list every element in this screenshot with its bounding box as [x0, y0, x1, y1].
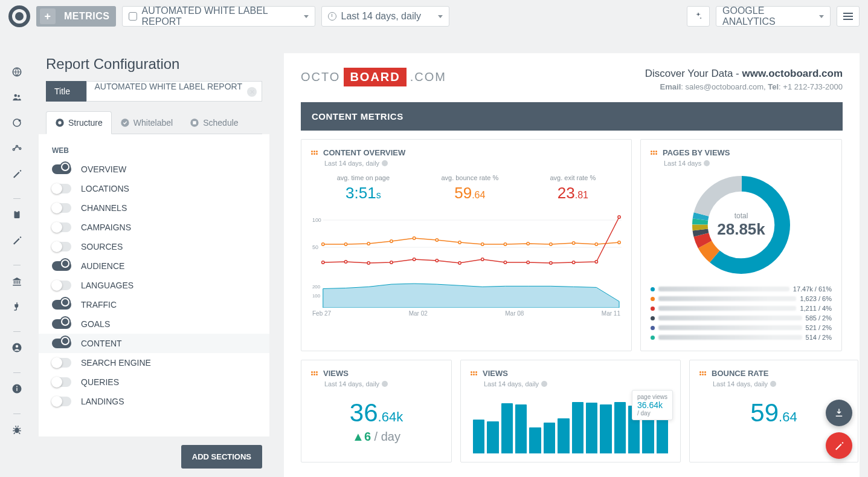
svg-point-42	[390, 261, 393, 264]
section-toggle[interactable]	[52, 164, 71, 174]
info-icon[interactable]	[382, 381, 388, 387]
tab-label: Schedule	[203, 118, 238, 128]
svg-point-5	[13, 149, 14, 151]
nav-bug-icon[interactable]	[10, 423, 24, 437]
add-sections-button[interactable]: ADD SECTIONS	[181, 445, 262, 469]
theme-button[interactable]	[687, 6, 710, 27]
metric-label: avg. bounce rate %	[441, 174, 498, 181]
tab-structure[interactable]: Structure	[46, 111, 112, 134]
legend-row: 514 / 2%	[651, 333, 832, 342]
section-toggle[interactable]	[52, 377, 71, 387]
svg-point-49	[550, 262, 552, 264]
svg-point-29	[413, 237, 415, 239]
section-toggle[interactable]	[52, 222, 71, 232]
info-icon[interactable]	[770, 381, 776, 387]
section-row[interactable]: LANGUAGES	[39, 276, 269, 295]
section-row[interactable]: CONTENT	[39, 334, 269, 353]
metric-value-time: 3:51s	[337, 184, 390, 203]
svg-point-35	[550, 243, 552, 245]
bar	[487, 421, 498, 453]
tab-schedule[interactable]: Schedule	[181, 111, 246, 134]
section-row[interactable]: LOCATIONS	[39, 179, 269, 198]
section-label: LANGUAGES	[81, 281, 133, 290]
bar	[529, 427, 541, 453]
section-row[interactable]: QUERIES	[39, 372, 269, 392]
config-tabs: Structure Whitelabel Schedule	[46, 111, 262, 134]
bar	[558, 418, 569, 453]
info-icon[interactable]	[704, 160, 710, 166]
svg-point-50	[572, 261, 574, 264]
section-row[interactable]: AUDIENCE	[39, 256, 269, 276]
download-fab[interactable]	[826, 400, 852, 426]
config-panel: Report Configuration Title AUTOMATED WHI…	[39, 48, 269, 477]
widget-icon	[471, 371, 478, 375]
contact-tel-label: Tel	[768, 82, 779, 91]
section-toggle[interactable]	[52, 203, 71, 213]
nav-orbit-icon[interactable]	[10, 115, 24, 130]
svg-text:100: 100	[312, 293, 321, 299]
section-row[interactable]: SOURCES	[39, 237, 269, 256]
metric-label: avg. exit rate %	[550, 174, 596, 181]
legend-value: 1,211 / 4%	[800, 305, 832, 312]
section-toggle[interactable]	[52, 397, 71, 406]
legend-dot	[651, 287, 655, 291]
nav-globe-icon[interactable]	[10, 65, 24, 79]
section-toggle[interactable]	[52, 339, 71, 348]
legend-row: 521 / 2%	[651, 323, 832, 333]
section-toggle[interactable]	[52, 358, 71, 368]
donut-total-value: 28.85k	[717, 220, 765, 239]
section-toggle[interactable]	[52, 184, 71, 193]
logo-part: BOARD	[344, 68, 406, 86]
nav-separator	[13, 363, 21, 373]
legend-name	[658, 287, 789, 291]
info-icon[interactable]	[382, 160, 388, 166]
svg-rect-13	[16, 388, 18, 391]
section-heading: WEB	[39, 143, 269, 160]
tab-whitelabel[interactable]: Whitelabel	[112, 111, 181, 134]
datasource-label: GOOGLE ANALYTICS	[722, 5, 807, 27]
section-row[interactable]: OVERVIEW	[39, 160, 269, 179]
svg-point-39	[322, 261, 324, 264]
section-toggle[interactable]	[52, 281, 71, 290]
clear-icon[interactable]: ✕	[247, 87, 257, 97]
nav-plug-icon[interactable]	[10, 299, 24, 314]
section-toggle[interactable]	[52, 319, 71, 329]
legend-value: 585 / 2%	[806, 314, 832, 322]
nav-bank-icon[interactable]	[10, 274, 24, 288]
svg-point-30	[436, 239, 438, 241]
section-toggle[interactable]	[52, 300, 71, 310]
title-input-value: AUTOMATED WHITE LABEL REPORT	[94, 82, 242, 91]
daterange-label: Last 14 days, daily	[341, 11, 426, 22]
nav-clipboard-icon[interactable]	[10, 207, 24, 222]
nav-pencil-icon[interactable]	[10, 233, 24, 247]
section-row[interactable]: TRAFFIC	[39, 295, 269, 314]
nav-analytics-icon[interactable]	[10, 141, 24, 155]
section-row[interactable]: LANDINGS	[39, 392, 269, 411]
section-row[interactable]: SEARCH ENGINE	[39, 353, 269, 372]
report-selector[interactable]: AUTOMATED WHITE LABEL REPORT	[122, 6, 315, 27]
nav-wand-icon[interactable]	[10, 166, 24, 181]
menu-button[interactable]	[837, 6, 860, 27]
section-toggle[interactable]	[52, 261, 71, 271]
nav-account-icon[interactable]	[10, 340, 24, 355]
daterange-selector[interactable]: Last 14 days, daily	[321, 6, 449, 27]
section-row[interactable]: CHANNELS	[39, 198, 269, 218]
metrics-button[interactable]: + METRICS	[36, 6, 116, 27]
chart-x-labels: Feb 27Mar 02Mar 08Mar 11	[311, 308, 622, 317]
nav-info-icon[interactable]	[10, 381, 24, 396]
legend-name	[658, 296, 796, 301]
schedule-icon	[190, 118, 199, 128]
nav-people-icon[interactable]	[10, 90, 24, 105]
datasource-selector[interactable]: GOOGLE ANALYTICS	[716, 6, 831, 27]
svg-text:50: 50	[312, 244, 318, 250]
svg-rect-8	[14, 211, 20, 218]
section-row[interactable]: CAMPAIGNS	[39, 218, 269, 237]
info-icon[interactable]	[541, 381, 547, 387]
title-input[interactable]: AUTOMATED WHITE LABEL REPORT ✕	[86, 81, 262, 102]
tab-label: Structure	[68, 118, 103, 128]
section-row[interactable]: GOALS	[39, 314, 269, 334]
section-toggle[interactable]	[52, 242, 71, 251]
edit-fab[interactable]	[826, 432, 852, 459]
card-subtitle: Last 14 days, daily	[324, 160, 379, 167]
svg-point-4	[19, 119, 21, 122]
